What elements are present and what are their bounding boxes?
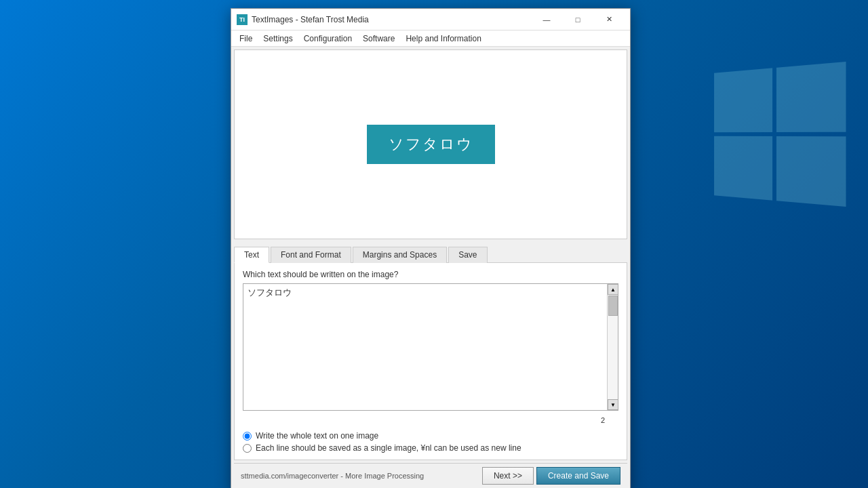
title-controls: — □ ✕ [531,9,625,30]
menu-settings[interactable]: Settings [258,31,298,46]
tab-text[interactable]: Text [234,247,269,263]
app-window: TI TextImages - Stefan Trost Media — □ ✕… [231,8,631,488]
radio-option2-row[interactable]: Each line should be saved as a single im… [243,443,618,453]
scroll-thumb[interactable] [608,296,618,316]
radio-option1-row[interactable]: Write the whole text on one image [243,431,618,441]
preview-text: ソフタロウ [367,125,495,164]
minimize-button[interactable]: — [531,9,562,30]
radio-option1-label: Write the whole text on one image [256,431,378,441]
windows-logo-decoration [708,68,841,201]
create-save-button[interactable]: Create and Save [536,467,620,485]
maximize-button[interactable]: □ [562,9,593,30]
scroll-down-arrow[interactable]: ▼ [608,399,618,410]
menu-bar: File Settings Configuration Software Hel… [231,30,630,47]
radio-section: Write the whole text on one image Each l… [243,431,618,453]
title-bar: TI TextImages - Stefan Trost Media — □ ✕ [231,9,630,30]
window-title: TextImages - Stefan Trost Media [252,15,531,24]
status-bar: sttmedia.com/imageconverter - More Image… [234,463,627,487]
tab-font-format[interactable]: Font and Format [271,247,351,263]
action-buttons: Next >> Create and Save [482,467,620,485]
close-button[interactable]: ✕ [593,9,625,30]
char-count: 2 [601,416,605,424]
tab-save[interactable]: Save [448,247,487,263]
scrollbar-vertical[interactable]: ▲ ▼ [607,284,618,410]
content-label: Which text should be written on the imag… [243,270,618,279]
menu-help[interactable]: Help and Information [400,31,486,46]
preview-area: ソフタロウ [234,49,627,239]
tab-margins-spaces[interactable]: Margins and Spaces [353,247,447,263]
menu-file[interactable]: File [234,31,258,46]
radio-single-line[interactable] [243,444,252,453]
scroll-up-arrow[interactable]: ▲ [608,284,618,295]
content-area: Which text should be written on the imag… [234,262,627,460]
status-text: sttmedia.com/imageconverter - More Image… [241,472,482,480]
text-input[interactable]: ソフタロウ [243,284,607,410]
textarea-wrapper: ソフタロウ ▲ ▼ 2 [243,283,618,426]
next-button[interactable]: Next >> [482,467,534,485]
tabs-container: Text Font and Format Margins and Spaces … [231,242,630,262]
menu-software[interactable]: Software [357,31,400,46]
app-icon: TI [237,14,248,25]
radio-option2-label: Each line should be saved as a single im… [256,443,521,453]
menu-configuration[interactable]: Configuration [298,31,357,46]
radio-whole-text[interactable] [243,432,252,441]
text-area-container: ソフタロウ ▲ ▼ [243,283,618,411]
scroll-track[interactable] [608,295,618,399]
